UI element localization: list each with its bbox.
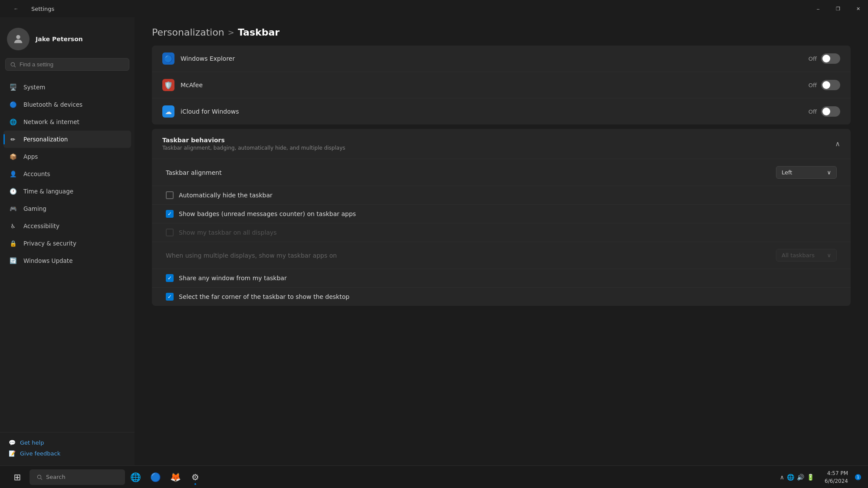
notification-badge[interactable]: 1 — [855, 474, 861, 480]
sidebar-item-system[interactable]: 🖥️ System — [3, 79, 131, 96]
taskbar-app-chrome[interactable]: 🔵 — [147, 468, 164, 486]
toggle-windows-explorer[interactable] — [821, 53, 840, 64]
app-name-mcafee: McAfee — [181, 82, 203, 88]
give-feedback-link[interactable]: 📝 Give feedback — [9, 450, 126, 457]
checkbox-label-all-displays: Show my taskbar on all displays — [179, 229, 276, 236]
taskbar-app-edge[interactable]: 🌐 — [127, 468, 144, 486]
taskbar-app-firefox[interactable]: 🦊 — [167, 468, 184, 486]
nav-icon-apps: 📦 — [9, 152, 17, 161]
nav-list: 🖥️ System 🔵 Bluetooth & devices 🌐 Networ… — [0, 77, 135, 432]
multi-dropdown-chevron-icon: ∨ — [827, 252, 831, 259]
checkbox-share-window[interactable] — [166, 274, 174, 282]
user-name: Jake Peterson — [36, 36, 83, 43]
sidebar-item-apps[interactable]: 📦 Apps — [3, 148, 131, 165]
app-icon-windows-explorer: 🔵 — [162, 52, 174, 65]
checkbox-label-show-desktop: Select the far corner of the taskbar to … — [179, 293, 349, 300]
minimize-button[interactable]: – — [808, 0, 828, 17]
sidebar-item-time[interactable]: 🕐 Time & language — [3, 183, 131, 200]
checkbox-show-desktop[interactable] — [166, 293, 174, 301]
nav-label-accounts: Accounts — [23, 170, 50, 177]
svg-point-1 — [11, 62, 14, 66]
back-button[interactable]: ← — [6, 0, 26, 17]
app-row-icloud: ☁️ iCloud for Windows Off — [152, 98, 851, 124]
feedback-icon: 📝 — [9, 450, 16, 457]
search-input[interactable] — [20, 61, 125, 68]
nav-label-apps: Apps — [23, 153, 38, 160]
search-box[interactable] — [5, 58, 129, 71]
section-body: Taskbar alignment Left ∨ Automatically h… — [152, 159, 851, 306]
nav-icon-update: 🔄 — [9, 256, 17, 265]
nav-icon-personalization: ✏️ — [9, 135, 17, 144]
checkbox-all-displays — [166, 229, 174, 236]
app-row-windows-explorer: 🔵 Windows Explorer Off — [152, 46, 851, 72]
toggle-label-icloud: Off — [809, 108, 817, 115]
section-title: Taskbar behaviors — [162, 137, 835, 144]
nav-icon-gaming: 🎮 — [9, 204, 17, 213]
clock-time: 4:57 PM — [825, 469, 848, 477]
breadcrumb-parent: Personalization — [152, 27, 224, 38]
sidebar-footer: 💬 Get help 📝 Give feedback — [0, 432, 135, 465]
avatar — [7, 28, 30, 50]
taskbar-app-icons: 🌐🔵🦊⚙️ — [127, 468, 204, 486]
nav-icon-network: 🌐 — [9, 118, 17, 126]
nav-label-time: Time & language — [23, 188, 73, 195]
nav-icon-time: 🕐 — [9, 187, 17, 196]
volume-icon: 🔊 — [797, 474, 804, 481]
sidebar-item-privacy[interactable]: 🔒 Privacy & security — [3, 235, 131, 252]
sidebar-item-personalization[interactable]: ✏️ Personalization — [3, 131, 131, 148]
clock[interactable]: 4:57 PM 6/6/2024 — [821, 468, 852, 487]
checkbox-row-show-badges: Show badges (unread messages counter) on… — [152, 205, 851, 223]
nav-icon-system: 🖥️ — [9, 83, 17, 92]
toggle-mcafee[interactable] — [821, 80, 840, 90]
multi-display-dropdown: All taskbars ∨ — [776, 249, 837, 262]
nav-icon-privacy: 🔒 — [9, 239, 17, 248]
chevron-up-icon: ∧ — [835, 140, 840, 148]
checkbox-show-badges[interactable] — [166, 210, 174, 218]
section-subtitle: Taskbar alignment, badging, automaticall… — [162, 145, 835, 151]
svg-line-4 — [41, 478, 42, 479]
app-body: Jake Peterson 🖥️ System 🔵 Bluetooth & de… — [0, 17, 868, 465]
network-icon: 🌐 — [787, 474, 794, 481]
sidebar-item-accounts[interactable]: 👤 Accounts — [3, 165, 131, 183]
start-button[interactable]: ⊞ — [7, 468, 28, 487]
app-icon-mcafee: 🛡️ — [162, 79, 174, 91]
app-icon-icloud: ☁️ — [162, 105, 174, 118]
user-section[interactable]: Jake Peterson — [0, 22, 135, 58]
sidebar-item-update[interactable]: 🔄 Windows Update — [3, 252, 131, 269]
sidebar-item-accessibility[interactable]: ♿ Accessibility — [3, 217, 131, 235]
nav-icon-accessibility: ♿ — [9, 222, 17, 230]
settings-panel: 🔵 Windows Explorer Off 🛡️ McAfee Off ☁️ … — [135, 46, 868, 465]
battery-icon: 🔋 — [807, 474, 814, 481]
section-header-behaviors[interactable]: Taskbar behaviors Taskbar alignment, bad… — [152, 129, 851, 159]
sidebar-item-network[interactable]: 🌐 Network & internet — [3, 113, 131, 131]
alignment-dropdown[interactable]: Left ∨ — [776, 166, 837, 179]
taskbar-right: ∧ 🌐 🔊 🔋 4:57 PM 6/6/2024 1 — [776, 468, 861, 487]
close-button[interactable]: ✕ — [848, 0, 868, 17]
page-header: Personalization > Taskbar — [135, 17, 868, 46]
alignment-row: Taskbar alignment Left ∨ — [152, 159, 851, 186]
sidebar-item-gaming[interactable]: 🎮 Gaming — [3, 200, 131, 217]
multi-display-row: When using multiple displays, show my ta… — [152, 242, 851, 269]
restore-button[interactable]: ❐ — [828, 0, 848, 17]
svg-line-2 — [14, 66, 16, 67]
main-content: Personalization > Taskbar 🔵 Windows Expl… — [135, 17, 868, 465]
svg-point-3 — [37, 475, 41, 478]
sidebar: Jake Peterson 🖥️ System 🔵 Bluetooth & de… — [0, 17, 135, 465]
nav-icon-accounts: 👤 — [9, 170, 17, 178]
dropdown-chevron-icon: ∨ — [827, 169, 831, 176]
nav-label-personalization: Personalization — [23, 136, 68, 143]
sidebar-item-bluetooth[interactable]: 🔵 Bluetooth & devices — [3, 96, 131, 113]
clock-date: 6/6/2024 — [825, 477, 848, 485]
search-icon — [10, 62, 16, 68]
get-help-link[interactable]: 💬 Get help — [9, 439, 126, 446]
checkbox-auto-hide[interactable] — [166, 191, 174, 199]
toggle-icloud[interactable] — [821, 106, 840, 117]
nav-icon-bluetooth: 🔵 — [9, 100, 17, 109]
taskbar-search[interactable]: Search — [30, 469, 125, 485]
help-icon: 💬 — [9, 439, 16, 446]
checkbox-label-auto-hide: Automatically hide the taskbar — [179, 192, 273, 199]
taskbar-app-settings[interactable]: ⚙️ — [187, 468, 204, 486]
titlebar-controls: – ❐ ✕ — [808, 0, 868, 17]
taskbar-tray[interactable]: ∧ 🌐 🔊 🔋 — [776, 472, 818, 482]
breadcrumb-separator: > — [228, 28, 234, 37]
